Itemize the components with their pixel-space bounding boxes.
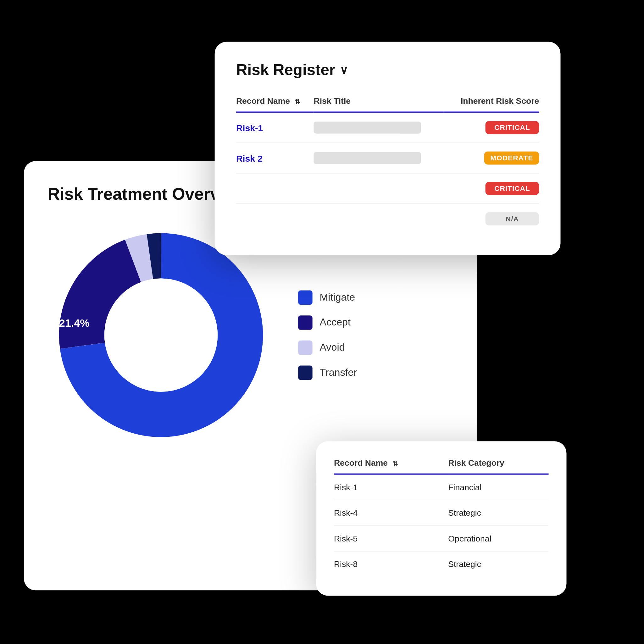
- legend-label-avoid: Avoid: [319, 342, 345, 354]
- risk-link[interactable]: Risk 2: [236, 153, 263, 163]
- percentage-label-mitigate: 72.9%: [232, 413, 263, 426]
- table-row: CRITICAL: [236, 173, 539, 204]
- col-risk-title[interactable]: Risk Title: [314, 96, 444, 112]
- table-row: Risk 2 MODERATE: [236, 143, 539, 173]
- legend-color-accept: [298, 315, 313, 330]
- record-name-cell: Risk-1: [334, 474, 448, 500]
- legend-item: Mitigate: [298, 290, 357, 305]
- record-name-cell: Risk-5: [334, 526, 448, 552]
- status-badge: CRITICAL: [486, 121, 539, 134]
- table-row: N/A: [236, 204, 539, 234]
- table-row: Risk-1 CRITICAL: [236, 112, 539, 143]
- donut-hole: [104, 279, 218, 392]
- risk-link[interactable]: Risk-1: [236, 123, 263, 133]
- category-cell: Financial: [448, 474, 548, 500]
- risk-register-title[interactable]: Risk Register ∨: [236, 61, 539, 79]
- risk-register-table: Record Name ⇅ Risk Title Inherent Risk S…: [236, 96, 539, 234]
- category-cell: Strategic: [448, 551, 548, 577]
- status-badge: CRITICAL: [486, 182, 539, 195]
- risk-register-card: Risk Register ∨ Record Name ⇅ Risk Title…: [215, 42, 561, 255]
- table-row: Risk-8 Strategic: [334, 551, 549, 577]
- sort-icon: ⇅: [295, 98, 300, 106]
- category-cell: Strategic: [448, 500, 548, 526]
- col-record-name[interactable]: Record Name ⇅: [236, 96, 314, 112]
- legend-item: Avoid: [298, 341, 357, 355]
- legend-label-transfer: Transfer: [319, 367, 357, 379]
- col-inherent-risk-score[interactable]: Inherent Risk Score: [444, 96, 539, 112]
- risk-category-table: Record Name ⇅ Risk Category Risk-1 Finan…: [334, 458, 549, 576]
- legend-label-accept: Accept: [319, 317, 351, 329]
- record-name-cell: Risk-4: [334, 500, 448, 526]
- percentage-label-accept: 21.4%: [59, 317, 90, 330]
- legend-color-transfer: [298, 365, 313, 380]
- status-badge: MODERATE: [484, 152, 539, 165]
- legend-color-avoid: [298, 341, 313, 355]
- donut-chart: 21.4% 72.9%: [48, 222, 275, 448]
- table-row: Risk-5 Operational: [334, 526, 549, 552]
- legend-color-mitigate: [298, 290, 313, 305]
- sort-icon: ⇅: [392, 460, 398, 468]
- table-row: Risk-4 Strategic: [334, 500, 549, 526]
- record-name-cell: Risk-8: [334, 551, 448, 577]
- chart-area: 21.4% 72.9% Mitigate Accept Avoid Transf…: [48, 222, 453, 448]
- chevron-down-icon[interactable]: ∨: [340, 64, 348, 77]
- risk-title-bar: [314, 152, 421, 164]
- legend-item: Transfer: [298, 365, 357, 380]
- legend-item: Accept: [298, 315, 357, 330]
- table-row: Risk-1 Financial: [334, 474, 549, 500]
- status-badge: N/A: [486, 212, 539, 225]
- chart-legend: Mitigate Accept Avoid Transfer: [298, 290, 357, 380]
- risk-title-bar: [314, 122, 421, 134]
- category-cell: Operational: [448, 526, 548, 552]
- risk-category-card: Record Name ⇅ Risk Category Risk-1 Finan…: [316, 441, 566, 596]
- col-record-name-cat[interactable]: Record Name ⇅: [334, 458, 448, 474]
- legend-label-mitigate: Mitigate: [319, 291, 355, 303]
- col-risk-category[interactable]: Risk Category: [448, 458, 548, 474]
- risk-register-title-text: Risk Register: [236, 61, 335, 79]
